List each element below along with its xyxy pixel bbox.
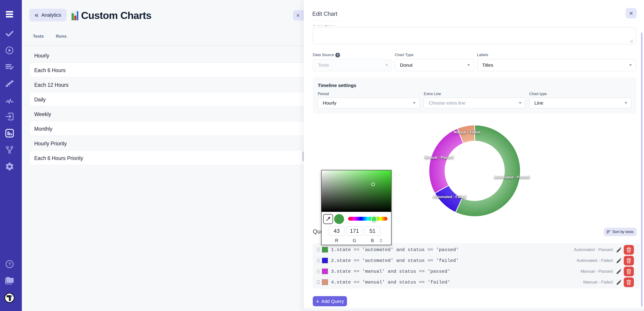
svg-text:Manual - Passed: Manual - Passed [424,155,454,159]
svg-text:Manual - Failed: Manual - Failed [454,130,480,134]
svg-text:?: ? [337,53,339,57]
svg-text:Automated - Passed: Automated - Passed [494,175,530,179]
svg-text:?: ? [8,262,11,267]
svg-text:Automated - Failed: Automated - Failed [433,195,466,199]
